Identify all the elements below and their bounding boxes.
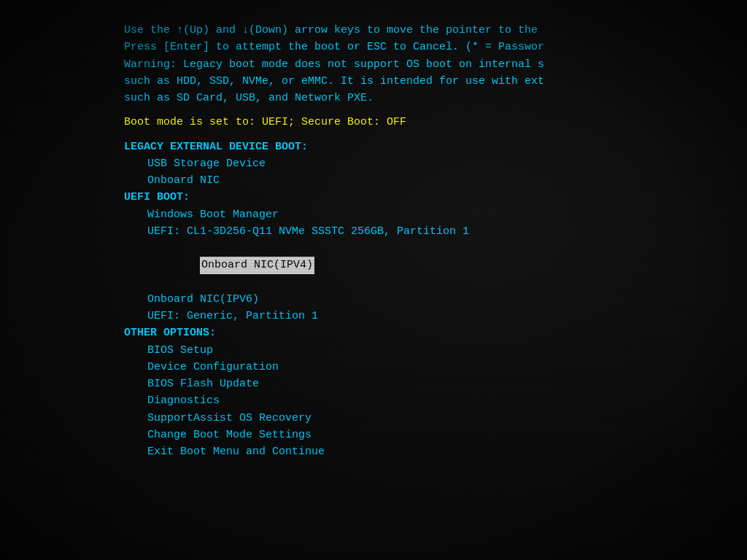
uefi-item-windows[interactable]: Windows Boot Manager bbox=[147, 206, 740, 223]
uefi-item-ipv6[interactable]: Onboard NIC(IPV6) bbox=[147, 291, 740, 308]
selected-item-label[interactable]: Onboard NIC(IPV4) bbox=[200, 257, 314, 273]
other-item-diagnostics[interactable]: Diagnostics bbox=[147, 392, 740, 409]
boot-mode-status: Boot mode is set to: UEFI; Secure Boot: … bbox=[124, 114, 740, 131]
info-line-4: such as HDD, SSD, NVMe, or eMMC. It is i… bbox=[124, 73, 740, 90]
other-item-change-boot-mode[interactable]: Change Boot Mode Settings bbox=[147, 427, 740, 443]
section-header-uefi: UEFI BOOT: bbox=[124, 189, 740, 206]
info-line-2: Press [Enter] to attempt the boot or ESC… bbox=[124, 39, 740, 55]
other-item-exit-boot[interactable]: Exit Boot Menu and Continue bbox=[147, 443, 740, 460]
legacy-items: USB Storage Device Onboard NIC bbox=[124, 155, 740, 190]
bios-screen: Use the ↑(Up) and ↓(Down) arrow keys to … bbox=[0, 0, 747, 560]
uefi-item-ipv4[interactable]: Onboard NIC(IPV4) bbox=[147, 240, 740, 291]
other-item-bios-setup[interactable]: BIOS Setup bbox=[147, 342, 740, 359]
other-items: BIOS Setup Device Configuration BIOS Fla… bbox=[124, 342, 740, 461]
info-line-1: Use the ↑(Up) and ↓(Down) arrow keys to … bbox=[124, 22, 740, 39]
bios-content: Use the ↑(Up) and ↓(Down) arrow keys to … bbox=[124, 22, 740, 538]
info-line-3: Warning: Legacy boot mode does not suppo… bbox=[124, 56, 740, 73]
legacy-item-usb[interactable]: USB Storage Device bbox=[147, 155, 740, 172]
uefi-items: Windows Boot Manager UEFI: CL1-3D256-Q11… bbox=[124, 206, 740, 325]
other-item-supportassist[interactable]: SupportAssist OS Recovery bbox=[147, 410, 740, 427]
section-header-legacy: LEGACY EXTERNAL DEVICE BOOT: bbox=[124, 139, 740, 155]
uefi-item-generic[interactable]: UEFI: Generic, Partition 1 bbox=[147, 308, 740, 324]
other-item-bios-flash[interactable]: BIOS Flash Update bbox=[147, 376, 740, 392]
section-header-other: OTHER OPTIONS: bbox=[124, 324, 740, 341]
legacy-item-nic[interactable]: Onboard NIC bbox=[147, 172, 740, 189]
other-item-device-config[interactable]: Device Configuration bbox=[147, 359, 740, 376]
uefi-item-nvme[interactable]: UEFI: CL1-3D256-Q11 NVMe SSSTC 256GB, Pa… bbox=[147, 223, 740, 240]
info-line-5: such as SD Card, USB, and Network PXE. bbox=[124, 90, 740, 106]
